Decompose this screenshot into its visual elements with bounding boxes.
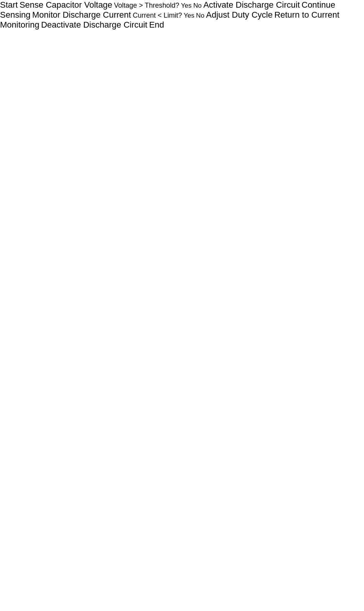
flowchart-diagram: Start Sense Capacitor Voltage Voltage > …	[0, 0, 364, 611]
